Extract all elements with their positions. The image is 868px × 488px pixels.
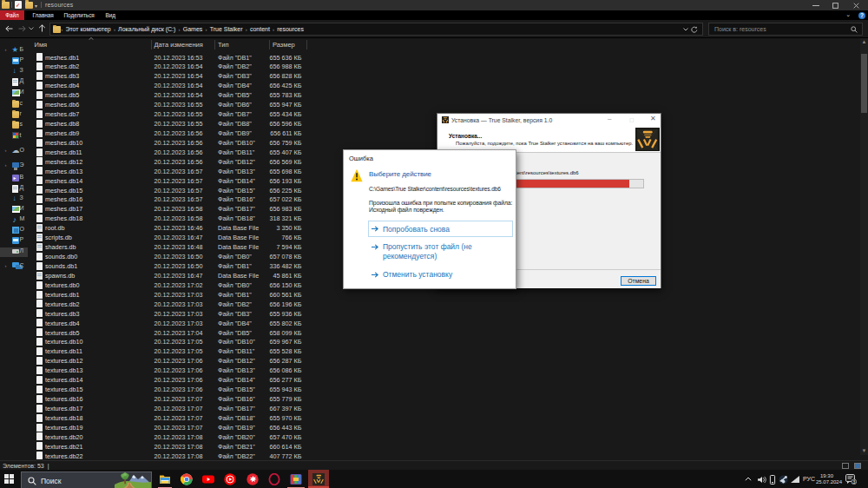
svg-text:3: 3 [852,479,855,485]
